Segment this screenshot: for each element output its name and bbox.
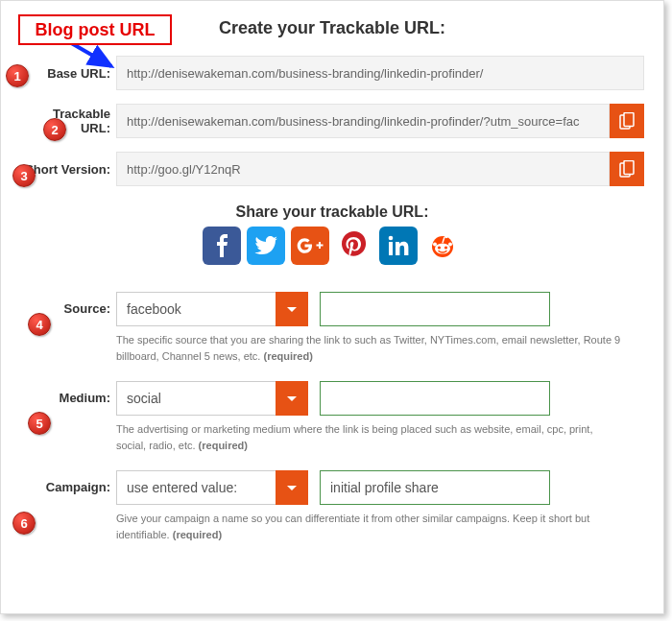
medium-help: The advertising or marketing medium wher… xyxy=(116,421,644,453)
base-url-input[interactable] xyxy=(116,56,644,90)
source-label: Source: xyxy=(20,292,116,316)
svg-point-12 xyxy=(448,243,452,247)
chevron-down-icon xyxy=(276,381,308,416)
svg-rect-4 xyxy=(624,161,634,175)
svg-point-11 xyxy=(433,243,437,247)
campaign-extra-input[interactable] xyxy=(320,470,550,505)
svg-point-13 xyxy=(444,235,448,239)
short-url-row: Short Version: xyxy=(20,152,644,186)
share-heading: Share your trackable URL: xyxy=(20,203,644,221)
campaign-select[interactable]: use entered value: xyxy=(116,470,308,505)
copy-short-button[interactable] xyxy=(610,152,644,186)
google-plus-icon xyxy=(297,237,324,254)
campaign-label: Campaign: xyxy=(20,470,116,494)
annotation-badge-2: 2 xyxy=(43,118,66,141)
chevron-down-icon xyxy=(276,470,308,505)
share-pinterest-button[interactable] xyxy=(335,227,373,265)
svg-point-9 xyxy=(438,246,441,249)
share-buttons xyxy=(20,227,644,265)
trackable-url-form: Blog post URL Create your Trackable URL:… xyxy=(0,0,664,614)
twitter-icon xyxy=(254,236,277,255)
base-url-label: Base URL: xyxy=(20,66,116,81)
copy-icon xyxy=(619,112,635,130)
medium-extra-input[interactable] xyxy=(320,381,550,416)
annotation-badge-4: 4 xyxy=(28,313,51,336)
svg-rect-2 xyxy=(624,113,634,127)
source-help: The specific source that you are sharing… xyxy=(116,332,644,364)
chevron-down-icon xyxy=(276,292,308,326)
linkedin-icon xyxy=(388,235,409,256)
share-reddit-button[interactable] xyxy=(423,227,462,265)
pinterest-icon xyxy=(338,229,371,262)
annotation-badge-1: 1 xyxy=(6,64,29,87)
share-google-plus-button[interactable] xyxy=(291,227,329,265)
medium-select-value: social xyxy=(116,381,276,416)
source-row: Source: facebook xyxy=(20,292,644,326)
medium-row: Medium: social xyxy=(20,381,644,416)
facebook-icon xyxy=(212,233,231,258)
trackable-url-row: Trackable URL: xyxy=(20,104,644,138)
annotation-badge-3: 3 xyxy=(12,164,36,187)
annotation-badge-6: 6 xyxy=(12,512,36,535)
trackable-url-input[interactable] xyxy=(116,104,610,138)
share-linkedin-button[interactable] xyxy=(379,227,418,265)
medium-select[interactable]: social xyxy=(116,381,308,416)
campaign-help: Give your campaign a name so you can dif… xyxy=(116,511,644,542)
source-extra-input[interactable] xyxy=(320,292,550,326)
share-twitter-button[interactable] xyxy=(247,227,285,265)
source-select-value: facebook xyxy=(116,292,276,326)
copy-trackable-button[interactable] xyxy=(610,104,644,138)
annotation-blog-post-url: Blog post URL xyxy=(18,14,172,45)
reddit-icon xyxy=(426,229,459,262)
medium-label: Medium: xyxy=(20,381,116,405)
svg-point-10 xyxy=(444,246,447,249)
source-select[interactable]: facebook xyxy=(116,292,308,326)
campaign-row: Campaign: use entered value: xyxy=(20,470,644,505)
svg-point-6 xyxy=(389,236,394,241)
short-url-input[interactable] xyxy=(116,152,610,186)
base-url-row: Base URL: xyxy=(20,56,644,90)
campaign-select-value: use entered value: xyxy=(116,470,276,505)
copy-icon xyxy=(619,160,635,178)
share-facebook-button[interactable] xyxy=(203,227,241,265)
svg-rect-5 xyxy=(389,242,393,255)
trackable-url-label: Trackable URL: xyxy=(20,107,116,135)
annotation-badge-5: 5 xyxy=(28,412,51,435)
